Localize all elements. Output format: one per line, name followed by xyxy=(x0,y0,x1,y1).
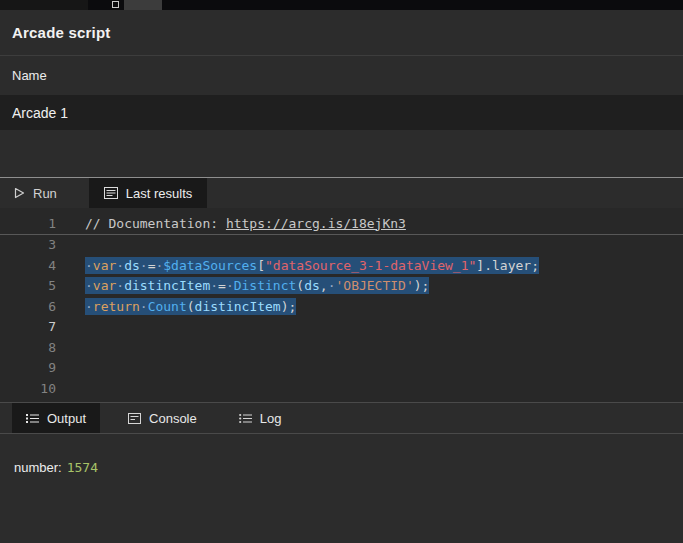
tab-output-label: Output xyxy=(47,411,86,426)
run-button[interactable]: Run xyxy=(0,178,71,208)
code-token: · xyxy=(140,299,148,314)
code-token: // Documentation: xyxy=(85,216,226,231)
code-line[interactable]: 6·return·Count(distincItem); xyxy=(0,296,683,317)
code-token: · xyxy=(116,278,124,293)
cropped-titlebar xyxy=(0,0,683,10)
line-number: 3 xyxy=(0,237,56,252)
code-line[interactable]: 7 xyxy=(0,317,683,338)
code-token: · xyxy=(226,278,234,293)
line-number: 6 xyxy=(0,299,56,314)
code-token: var xyxy=(93,278,116,293)
code-line-text: ·return·Count(distincItem); xyxy=(56,299,296,314)
line-number: 8 xyxy=(0,340,56,355)
play-icon xyxy=(14,187,25,199)
editor-toolbar: Run Last results xyxy=(0,178,683,208)
selection-highlight: ·return·Count(distincItem); xyxy=(85,298,296,315)
line-number: 10 xyxy=(0,381,56,396)
last-results-tab[interactable]: Last results xyxy=(89,178,207,208)
code-line[interactable]: 5·var·distincItem·=·Distinct(ds,·'OBJECT… xyxy=(0,276,683,297)
selection-highlight: ·var·distincItem·=·Distinct(ds,·'OBJECTI… xyxy=(85,277,429,294)
output-type-label: number: xyxy=(14,460,62,475)
titlebar-fragment xyxy=(0,0,88,10)
line-number: 9 xyxy=(0,360,56,375)
code-token: Count xyxy=(148,299,187,314)
code-token: Distinct xyxy=(234,278,297,293)
code-line[interactable]: 9 xyxy=(0,358,683,379)
code-line[interactable]: 8 xyxy=(0,337,683,358)
code-token: = xyxy=(218,278,226,293)
output-panel: number:1574 xyxy=(0,434,683,543)
code-token: distincItem xyxy=(195,299,281,314)
code-line[interactable]: 4·var·ds·=·$dataSources["dataSource_3-1-… xyxy=(0,255,683,276)
code-token: ] xyxy=(476,258,484,273)
code-token: · xyxy=(116,258,124,273)
line-number: 5 xyxy=(0,278,56,293)
line-number: 4 xyxy=(0,258,56,273)
console-icon xyxy=(128,413,141,424)
titlebar-button-fragment xyxy=(124,0,162,10)
dialog-header: Arcade script xyxy=(0,10,683,56)
code-token: · xyxy=(85,258,93,273)
tab-log-label: Log xyxy=(260,411,282,426)
last-results-label: Last results xyxy=(126,186,192,201)
code-token: $dataSources xyxy=(163,258,257,273)
selection-highlight: ·var·ds·=·$dataSources["dataSource_3-1-d… xyxy=(85,257,539,274)
code-token: 'OBJECTID' xyxy=(335,278,413,293)
page-title: Arcade script xyxy=(12,24,110,41)
code-line-text: ·var·distincItem·=·Distinct(ds,·'OBJECTI… xyxy=(56,278,429,293)
arcade-script-dialog: Arcade script Name Run xyxy=(0,0,683,543)
code-token: ds xyxy=(124,258,140,273)
code-token: ); xyxy=(281,299,297,314)
code-token: distincItem xyxy=(124,278,210,293)
code-token: · xyxy=(85,278,93,293)
code-token: ds xyxy=(304,278,320,293)
window-icon xyxy=(112,1,119,8)
code-token: · xyxy=(140,258,148,273)
results-tab-bar: Output Console xyxy=(0,402,683,434)
code-token: ( xyxy=(296,278,304,293)
code-token: return xyxy=(93,299,140,314)
code-line[interactable]: 10 xyxy=(0,378,683,399)
code-token: · xyxy=(85,299,93,314)
code-token: , xyxy=(320,278,328,293)
output-value: 1574 xyxy=(67,460,98,475)
log-icon xyxy=(239,413,252,424)
code-line[interactable]: 3 xyxy=(0,235,683,256)
name-label: Name xyxy=(12,68,47,83)
tab-output[interactable]: Output xyxy=(12,403,100,433)
arcade-editor: Run Last results 1// Documentation: http… xyxy=(0,177,683,402)
code-token: · xyxy=(210,278,218,293)
code-token: [ xyxy=(257,258,265,273)
line-number: 1 xyxy=(0,216,56,231)
code-line-text: // Documentation: https://arcg.is/18ejKn… xyxy=(56,216,406,231)
line-number: 7 xyxy=(0,319,56,334)
tab-log[interactable]: Log xyxy=(225,403,296,433)
code-token: var xyxy=(93,258,116,273)
output-icon xyxy=(26,413,39,424)
code-token: ); xyxy=(414,278,430,293)
code-token: ( xyxy=(187,299,195,314)
documentation-link[interactable]: https://arcg.is/18ejKn3 xyxy=(226,216,406,231)
run-button-label: Run xyxy=(33,186,57,201)
code-token: .layer; xyxy=(484,258,539,273)
tab-console[interactable]: Console xyxy=(114,403,211,433)
code-line-text: ·var·ds·=·$dataSources["dataSource_3-1-d… xyxy=(56,258,539,273)
code-token: "dataSource_3-1-dataView_1" xyxy=(265,258,476,273)
name-label-row: Name xyxy=(0,56,683,95)
code-lines[interactable]: 1// Documentation: https://arcg.is/18ejK… xyxy=(0,208,683,402)
name-input[interactable] xyxy=(0,95,683,130)
last-results-icon xyxy=(104,187,118,199)
spacer xyxy=(0,130,683,177)
code-line[interactable]: 1// Documentation: https://arcg.is/18ejK… xyxy=(0,213,683,235)
tab-console-label: Console xyxy=(149,411,197,426)
